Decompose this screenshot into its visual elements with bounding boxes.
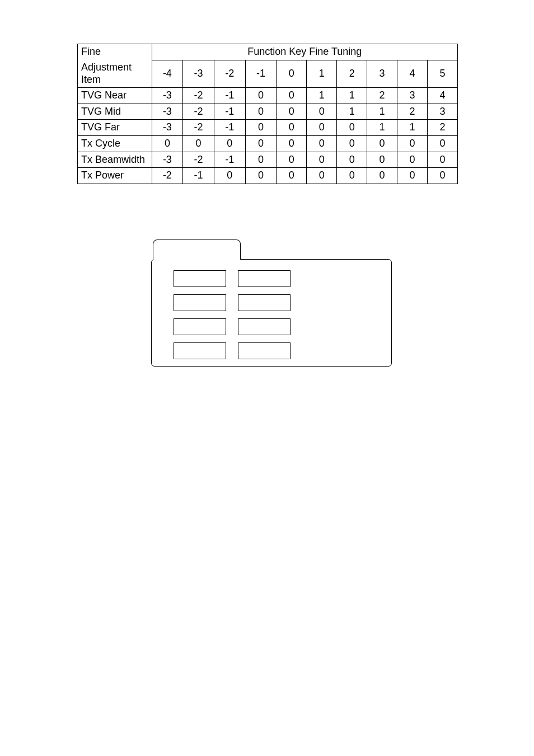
tabbed-panel [151,240,392,365]
col-header: 2 [337,60,367,88]
cell: 0 [214,168,245,184]
cell: 0 [245,152,277,168]
col-header: -2 [214,60,245,88]
cell: 0 [307,136,337,152]
cell: 0 [245,104,277,120]
cell: 0 [427,168,457,184]
cell: 0 [367,168,397,184]
tab-join-mask [154,258,240,260]
col-header: 0 [277,60,307,88]
row-label: TVG Near [78,88,152,104]
fine-tuning-table-container: Fine Function Key Fine Tuning Adjustment… [77,44,458,184]
tab[interactable] [153,240,241,260]
cell: -1 [214,104,245,120]
cell: 0 [245,88,277,104]
cell: 0 [214,136,245,152]
cell: 0 [307,120,337,136]
cell: 0 [367,136,397,152]
cell: 0 [337,152,367,168]
cell: 0 [337,168,367,184]
cell: -2 [183,152,214,168]
col-header: 3 [367,60,397,88]
cell: 4 [427,88,457,104]
cell: -1 [214,120,245,136]
col-header: -3 [183,60,214,88]
input-field[interactable] [174,294,226,311]
cell: 1 [367,104,397,120]
cell: 0 [397,168,428,184]
cell: -3 [152,104,183,120]
fine-tuning-table: Fine Function Key Fine Tuning Adjustment… [77,44,458,184]
cell: 0 [427,136,457,152]
cell: 0 [245,136,277,152]
cell: 0 [397,152,428,168]
input-field[interactable] [238,342,291,359]
cell: 0 [277,168,307,184]
col-header: -1 [245,60,277,88]
cell: 0 [152,136,183,152]
cell: 0 [307,152,337,168]
cell: 1 [307,88,337,104]
cell: 0 [277,88,307,104]
cell: 0 [277,104,307,120]
cell: -1 [214,88,245,104]
cell: 3 [397,88,428,104]
cell: 2 [397,104,428,120]
cell: 0 [277,120,307,136]
input-field[interactable] [238,318,291,335]
cell: 2 [367,88,397,104]
cell: 0 [427,152,457,168]
input-field[interactable] [238,294,291,311]
cell: 0 [277,136,307,152]
cell: -2 [152,168,183,184]
col-header: 4 [397,60,428,88]
cell: -1 [183,168,214,184]
input-field[interactable] [238,270,291,287]
input-field[interactable] [174,318,226,335]
cell: 0 [367,152,397,168]
cell: 0 [183,136,214,152]
group-header: Function Key Fine Tuning [152,44,457,60]
cell: 3 [427,104,457,120]
cell: -2 [183,88,214,104]
row-label: Tx Beamwidth [78,152,152,168]
row-label: Tx Power [78,168,152,184]
cell: 0 [245,120,277,136]
col-header: -4 [152,60,183,88]
cell: 2 [427,120,457,136]
cell: 0 [307,104,337,120]
cell: 0 [307,168,337,184]
cell: -1 [214,152,245,168]
row-label: Tx Cycle [78,136,152,152]
cell: 0 [277,152,307,168]
cell: 0 [245,168,277,184]
corner-label-top: Fine [78,44,152,60]
cell: 0 [397,136,428,152]
row-label: TVG Mid [78,104,152,120]
cell: -3 [152,120,183,136]
cell: 0 [337,120,367,136]
cell: -2 [183,104,214,120]
col-header: 1 [307,60,337,88]
cell: 0 [337,136,367,152]
cell: -2 [183,120,214,136]
cell: 1 [337,88,367,104]
cell: 1 [397,120,428,136]
cell: 1 [337,104,367,120]
input-field[interactable] [174,342,226,359]
col-header: 5 [427,60,457,88]
cell: 1 [367,120,397,136]
row-label: TVG Far [78,120,152,136]
corner-label-bottom: Adjustment Item [78,60,152,88]
input-field[interactable] [174,270,226,287]
cell: -3 [152,152,183,168]
cell: -3 [152,88,183,104]
